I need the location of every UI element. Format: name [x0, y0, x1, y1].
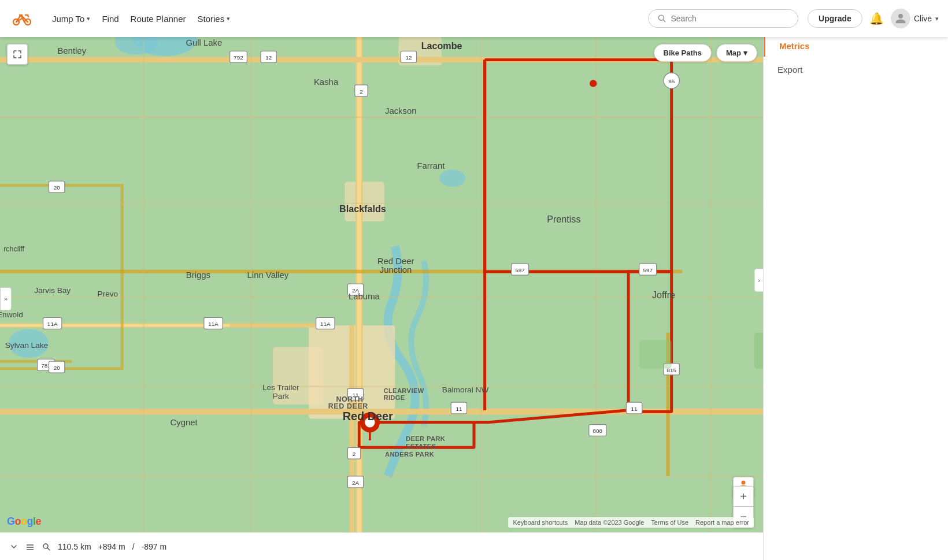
svg-text:Sylvan Lake: Sylvan Lake: [5, 341, 48, 350]
svg-text:Briggs: Briggs: [186, 270, 210, 280]
keyboard-shortcuts-link[interactable]: Keyboard shortcuts: [513, 519, 568, 526]
expand-map-button[interactable]: [7, 44, 28, 65]
nav-right: Upgrade 🔔 Clive ▾: [808, 9, 939, 28]
search-bar[interactable]: [648, 9, 798, 28]
svg-text:Red Deer: Red Deer: [343, 410, 393, 422]
user-chevron-icon: ▾: [935, 15, 939, 23]
svg-text:20: 20: [54, 365, 61, 371]
elevation-gain-stat: +894 m: [98, 542, 125, 551]
svg-text:597: 597: [515, 267, 525, 273]
svg-text:85: 85: [668, 78, 675, 84]
svg-text:RED DEER: RED DEER: [328, 402, 368, 410]
collapse-right-panel-button[interactable]: ›: [754, 269, 764, 292]
map-controls-top-left: [7, 44, 28, 65]
svg-text:20: 20: [54, 184, 61, 191]
elevation-separator: /: [132, 542, 135, 551]
svg-text:rchcliff: rchcliff: [3, 245, 24, 253]
svg-text:Les Trailer: Les Trailer: [262, 383, 299, 392]
svg-text:2: 2: [360, 88, 363, 95]
nav-find[interactable]: Find: [96, 9, 124, 28]
stories-chevron-icon: ▾: [227, 15, 230, 23]
report-error-link[interactable]: Report a map error: [695, 519, 749, 526]
distance-stat: 110.5 km: [58, 542, 91, 551]
search-route-icon[interactable]: [42, 542, 51, 551]
svg-text:Linn Valley: Linn Valley: [247, 270, 289, 280]
svg-text:Balmoral NW: Balmoral NW: [442, 385, 489, 394]
svg-text:CLEARVIEW: CLEARVIEW: [383, 387, 424, 394]
svg-text:11: 11: [631, 406, 638, 412]
svg-text:DEER PARK: DEER PARK: [406, 435, 445, 442]
svg-text:11: 11: [456, 406, 462, 412]
svg-text:Lacombe: Lacombe: [421, 40, 462, 51]
avatar-circle: [891, 9, 910, 28]
panel-nav-export[interactable]: Export: [764, 59, 948, 80]
svg-rect-12: [345, 182, 384, 221]
map-controls-top-right: Bike Paths Map ▾: [654, 44, 757, 62]
svg-rect-101: [639, 340, 672, 369]
app-logo[interactable]: [9, 6, 35, 31]
svg-text:ESTATES: ESTATES: [406, 443, 436, 450]
collapse-left-panel-button[interactable]: »: [0, 287, 12, 310]
svg-text:Enwold: Enwold: [0, 310, 23, 319]
nav-stories[interactable]: Stories ▾: [192, 9, 236, 28]
route-list-icon[interactable]: [25, 542, 35, 551]
svg-text:12: 12: [405, 54, 412, 61]
svg-text:Prentiss: Prentiss: [547, 214, 580, 224]
svg-text:Cygnet: Cygnet: [170, 418, 198, 427]
svg-point-14: [590, 80, 597, 87]
collapse-route-icon[interactable]: [9, 542, 18, 551]
user-avatar[interactable]: Clive ▾: [891, 9, 939, 28]
google-logo: Google: [7, 516, 41, 528]
svg-text:12: 12: [265, 54, 272, 61]
map-style-button[interactable]: Map ▾: [716, 44, 757, 62]
svg-text:Junction: Junction: [380, 265, 412, 275]
svg-text:Red Deer: Red Deer: [377, 257, 414, 266]
svg-text:ANDERS PARK: ANDERS PARK: [385, 451, 434, 458]
svg-text:11A: 11A: [320, 321, 331, 327]
bike-paths-button[interactable]: Bike Paths: [654, 44, 712, 62]
map-dropdown-chevron-icon: ▾: [743, 49, 747, 57]
svg-text:2: 2: [353, 451, 356, 457]
nav-route-planner[interactable]: Route Planner: [125, 9, 192, 28]
svg-text:Bentley: Bentley: [57, 46, 86, 55]
svg-text:597: 597: [643, 267, 653, 273]
svg-text:Farrant: Farrant: [417, 161, 445, 170]
svg-text:Jarvis Bay: Jarvis Bay: [34, 286, 71, 295]
search-icon: [658, 14, 666, 23]
svg-text:Labuma: Labuma: [349, 292, 380, 301]
svg-text:Kasha: Kasha: [314, 77, 339, 87]
svg-point-8: [439, 169, 465, 187]
terms-link[interactable]: Terms of Use: [651, 519, 688, 526]
bottom-bar: 110.5 km +894 m / -897 m: [0, 532, 763, 560]
svg-text:808: 808: [592, 428, 602, 434]
map-data-label: Map data ©2023 Google: [575, 519, 644, 526]
right-panel: › Overview Metrics Export: [763, 0, 948, 560]
svg-text:Prevo: Prevo: [98, 290, 118, 298]
panel-nav-metrics[interactable]: Metrics: [764, 35, 948, 57]
nav-jump-to[interactable]: Jump To ▾: [46, 9, 96, 28]
svg-line-107: [47, 548, 50, 550]
navbar: Jump To ▾ Find Route Planner Stories ▾ U…: [0, 0, 948, 37]
notification-icon[interactable]: 🔔: [869, 12, 884, 25]
svg-text:792: 792: [234, 54, 243, 61]
map-attribution: Keyboard shortcuts Map data ©2023 Google…: [508, 517, 754, 528]
elevation-loss-stat: -897 m: [142, 542, 167, 551]
svg-text:RIDGE: RIDGE: [383, 394, 405, 401]
svg-text:2A: 2A: [352, 480, 360, 486]
user-name: Clive: [914, 14, 932, 23]
svg-text:Park: Park: [273, 392, 289, 400]
upgrade-button[interactable]: Upgrade: [808, 9, 862, 28]
zoom-in-button[interactable]: +: [733, 486, 754, 507]
svg-text:11A: 11A: [47, 321, 58, 327]
svg-line-4: [664, 20, 665, 21]
svg-point-102: [742, 481, 746, 485]
svg-text:11A: 11A: [208, 321, 219, 327]
svg-text:Gull Lake: Gull Lake: [186, 38, 222, 47]
jump-to-chevron-icon: ▾: [87, 15, 90, 23]
svg-text:Blackfalds: Blackfalds: [339, 203, 386, 214]
svg-text:Jackson: Jackson: [385, 106, 417, 116]
search-input[interactable]: [671, 14, 788, 23]
svg-text:Joffre: Joffre: [652, 290, 675, 300]
